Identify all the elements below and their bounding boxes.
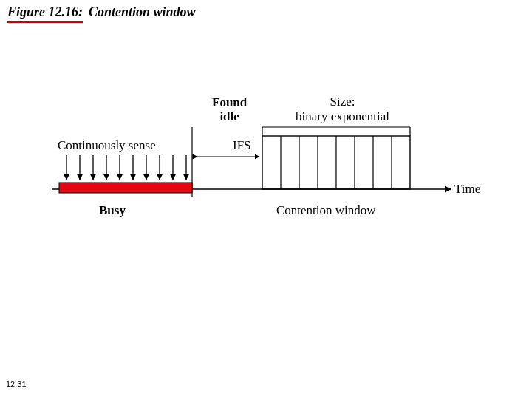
page-number: 12.31 (6, 380, 27, 389)
contention-window-slots (281, 136, 392, 189)
sense-arrows (66, 155, 186, 180)
contention-window-diagram: Found idle Size: binary exponential Cont… (52, 96, 495, 259)
figure-title: Contention window (89, 4, 196, 19)
diagram-svg (52, 96, 495, 259)
figure-caption: Figure 12.16: Contention window (7, 4, 196, 23)
figure-number: Figure 12.16: (7, 4, 83, 23)
busy-bar (59, 183, 192, 193)
